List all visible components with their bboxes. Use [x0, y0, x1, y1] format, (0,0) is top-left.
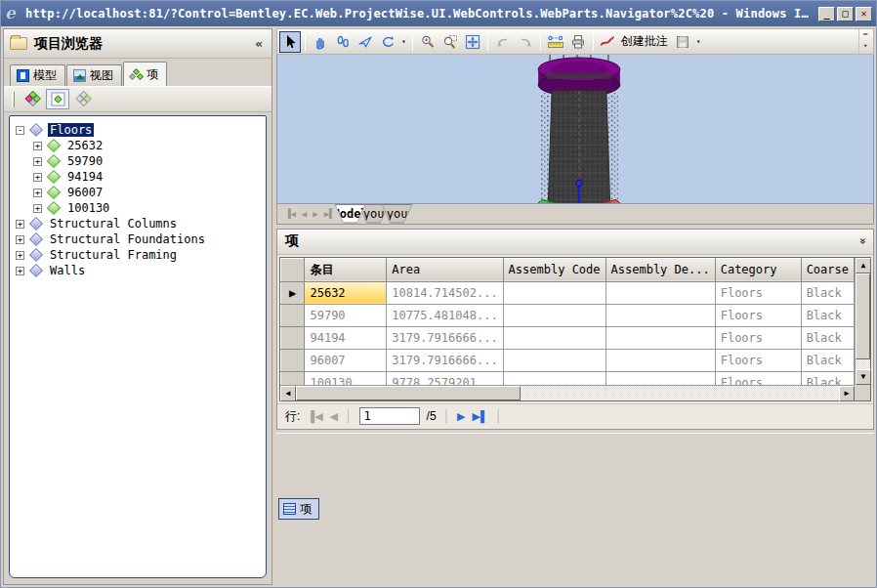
column-header-category[interactable]: Category [715, 258, 801, 281]
create-markup-label[interactable]: 创建批注 [620, 33, 671, 50]
cell[interactable]: 25632 [305, 281, 387, 304]
clear-highlight-button[interactable] [71, 89, 95, 109]
cell[interactable]: Black [801, 304, 854, 326]
collapse-node-icon[interactable]: - [16, 126, 24, 135]
cell[interactable] [606, 371, 715, 385]
tree-item-structural-foundations[interactable]: +Structural Foundations [16, 231, 264, 247]
row-selector[interactable] [281, 326, 305, 349]
measure-tool-button[interactable] [545, 31, 566, 53]
scroll-left-button[interactable]: ◀ [280, 386, 296, 401]
table-row-96007[interactable]: 960073179.7916666...FloorsBlack [281, 349, 855, 371]
sheet-previous-button[interactable]: ◀ [302, 209, 307, 219]
fit-view-tool-button[interactable] [462, 31, 483, 53]
cell[interactable]: 3179.7916666... [387, 326, 503, 349]
column-header-coarse[interactable]: Coarse [801, 258, 854, 281]
cell[interactable]: 10814.714502... [387, 281, 503, 304]
vertical-scrollbar[interactable]: ▲ ▼ [855, 258, 870, 385]
cell[interactable] [606, 281, 715, 304]
cell[interactable]: Floors [715, 304, 801, 326]
sheet-tab-layout2[interactable]: Layout2 [382, 204, 413, 224]
collapse-items-panel-button[interactable]: « [855, 237, 868, 244]
minimize-button[interactable]: _ [818, 7, 835, 21]
cell[interactable]: 94194 [305, 326, 387, 349]
save-dropdown-caret[interactable]: ▾ [694, 37, 703, 46]
expand-node-icon[interactable]: + [16, 235, 24, 244]
tree-item-floors[interactable]: -Floors [16, 122, 264, 138]
previous-page-button[interactable]: ◀ [330, 410, 338, 423]
tree-item-label[interactable]: Floors [48, 123, 94, 137]
tree-item-label[interactable]: 100130 [65, 201, 111, 215]
tree-item-100130[interactable]: +100130 [16, 200, 264, 216]
next-page-button[interactable]: ▶ [457, 410, 465, 423]
highlight-items-button[interactable] [21, 89, 44, 109]
cell[interactable]: 100130 [305, 371, 387, 385]
create-markup-button[interactable] [598, 31, 619, 53]
isolate-item-button[interactable] [46, 89, 69, 109]
cell[interactable]: Floors [715, 349, 801, 371]
table-row-59790[interactable]: 5979010775.481048...FloorsBlack [281, 304, 855, 326]
expand-node-icon[interactable]: + [16, 251, 24, 260]
cell[interactable] [503, 281, 606, 304]
expand-node-icon[interactable]: + [16, 220, 24, 229]
sheet-next-button[interactable]: ▶ [313, 209, 317, 219]
tree-item-94194[interactable]: +94194 [16, 169, 264, 185]
expand-node-icon[interactable]: + [33, 189, 42, 197]
tree-item-96007[interactable]: +96007 [16, 185, 264, 200]
tab-items[interactable]: 项 [123, 62, 167, 86]
tree-item-label[interactable]: Structural Framing [48, 248, 179, 262]
maximize-button[interactable]: □ [837, 7, 854, 21]
tree-item-25632[interactable]: +25632 [16, 138, 264, 153]
walk-tool-button[interactable] [332, 31, 354, 53]
cell[interactable] [503, 326, 606, 349]
cell[interactable]: Floors [715, 326, 801, 349]
select-tool-button[interactable] [279, 31, 301, 53]
expand-node-icon[interactable]: + [33, 173, 42, 182]
view-next-button[interactable] [515, 31, 536, 53]
tree-item-label[interactable]: 25632 [65, 139, 104, 152]
tree-item-label[interactable]: 59790 [65, 154, 104, 168]
table-row-100130[interactable]: 1001309778.2579201...FloorsBlack [281, 371, 855, 385]
model-viewport[interactable] [276, 55, 874, 204]
vertical-scroll-thumb[interactable] [856, 273, 870, 359]
row-selector[interactable] [281, 304, 305, 326]
cell[interactable] [606, 326, 715, 349]
scroll-down-button[interactable]: ▼ [856, 369, 871, 385]
column-header-assembly-code[interactable]: Assembly Code [503, 258, 606, 281]
cell[interactable] [606, 304, 715, 326]
tree-item-label[interactable]: Walls [48, 264, 87, 277]
scroll-right-button[interactable]: ▶ [839, 386, 855, 401]
pan-tool-button[interactable] [310, 31, 331, 53]
sheet-last-button[interactable]: ▶▌ [324, 209, 335, 219]
print-button[interactable] [567, 31, 589, 53]
tree-item-label[interactable]: Structural Columns [48, 217, 179, 231]
tree-item-walls[interactable]: +Walls [16, 263, 264, 278]
cell[interactable]: 10775.481048... [387, 304, 503, 326]
current-row-indicator[interactable]: ▶ [281, 281, 305, 304]
last-page-button[interactable]: ▶▌ [473, 410, 488, 423]
cell[interactable]: 3179.7916666... [387, 349, 503, 371]
cell[interactable]: 96007 [305, 349, 387, 371]
zoom-window-tool-button[interactable] [439, 31, 461, 53]
horizontal-scroll-thumb[interactable] [296, 386, 521, 400]
tab-view[interactable]: 视图 [66, 64, 122, 86]
save-button[interactable] [672, 31, 693, 53]
row-selector[interactable] [281, 371, 305, 385]
tree-item-label[interactable]: Structural Foundations [48, 232, 207, 246]
scroll-up-button[interactable]: ▲ [856, 258, 871, 273]
expand-node-icon[interactable]: + [33, 157, 42, 166]
collapse-panel-button[interactable]: « [252, 36, 266, 51]
current-row-input[interactable] [359, 407, 420, 425]
sheet-first-button[interactable]: ▐◀ [285, 209, 296, 219]
expand-node-icon[interactable]: + [33, 204, 42, 213]
first-page-button[interactable]: ▐◀ [307, 410, 322, 423]
cell[interactable]: Floors [715, 281, 801, 304]
tree-item-59790[interactable]: +59790 [16, 153, 264, 169]
toolbar-overflow-button[interactable]: ▔▾ [858, 29, 871, 54]
table-row-25632[interactable]: ▶2563210814.714502...FloorsBlack [281, 281, 855, 304]
horizontal-scrollbar[interactable]: ◀ ▶ [280, 385, 855, 400]
tab-model[interactable]: 模型 [10, 64, 65, 86]
fly-tool-button[interactable] [355, 31, 376, 53]
column-header-area[interactable]: Area [387, 258, 503, 281]
tree-item-label[interactable]: 94194 [65, 170, 104, 184]
rotate-dropdown-caret[interactable]: ▾ [399, 37, 408, 46]
